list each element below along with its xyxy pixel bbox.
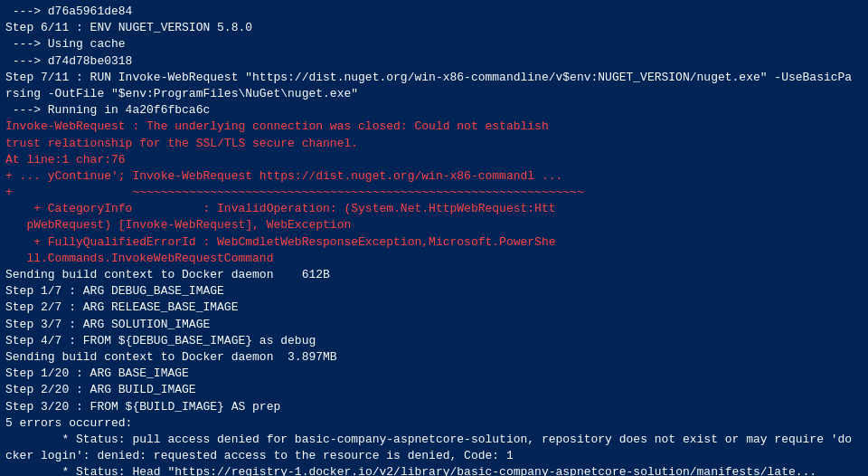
terminal-line-2: ---> Using cache: [5, 36, 863, 52]
terminal-line-27: * Status: pull access denied for basic-c…: [5, 432, 863, 448]
terminal-line-14: + FullyQualifiedErrorId : WebCmdletWebRe…: [5, 234, 863, 251]
terminal-line-3: ---> d74d78be0318: [5, 53, 863, 70]
terminal-line-8: trust relationship for the SSL/TLS secur…: [5, 136, 863, 152]
terminal-line-24: Step 2/20 : ARG BUILD_IMAGE: [5, 382, 863, 398]
terminal-line-19: Step 2/7 : ARG RELEASE_BASE_IMAGE: [5, 300, 863, 316]
terminal-window: ---> d76a5961de84Step 6/11 : ENV NUGET_V…: [0, 0, 868, 476]
terminal-line-12: + CategoryInfo : InvalidOperation: (Syst…: [5, 201, 863, 217]
terminal-line-7: Invoke-WebRequest : The underlying conne…: [5, 119, 863, 135]
terminal-line-5: rsing -OutFile "$env:ProgramFiles\NuGet\…: [5, 86, 863, 102]
terminal-line-29: * Status: Head "https://registry-1.docke…: [5, 464, 863, 476]
terminal-line-26: 5 errors occurred:: [5, 415, 863, 432]
terminal-line-13: pWebRequest) [Invoke-WebRequest], WebExc…: [5, 217, 863, 233]
terminal-line-21: Step 4/7 : FROM ${DEBUG_BASE_IMAGE} as d…: [5, 333, 863, 349]
terminal-line-1: Step 6/11 : ENV NUGET_VERSION 5.8.0: [5, 20, 863, 36]
terminal-line-4: Step 7/11 : RUN Invoke-WebRequest "https…: [5, 70, 863, 86]
terminal-line-25: Step 3/20 : FROM ${BUILD_IMAGE} AS prep: [5, 399, 863, 415]
terminal-line-11: + ~~~~~~~~~~~~~~~~~~~~~~~~~~~~~~~~~~~~~~…: [5, 185, 863, 201]
terminal-line-18: Step 1/7 : ARG DEBUG_BASE_IMAGE: [5, 283, 863, 300]
terminal-line-17: Sending build context to Docker daemon 6…: [5, 267, 863, 283]
terminal-line-15: ll.Commands.InvokeWebRequestCommand: [5, 251, 863, 267]
terminal-line-23: Step 1/20 : ARG BASE_IMAGE: [5, 366, 863, 382]
terminal-line-22: Sending build context to Docker daemon 3…: [5, 349, 863, 366]
terminal-line-10: + ... yContinue'; Invoke-WebRequest http…: [5, 168, 863, 185]
terminal-line-28: cker login': denied: requested access to…: [5, 448, 863, 464]
terminal-line-20: Step 3/7 : ARG SOLUTION_IMAGE: [5, 317, 863, 333]
terminal-line-0: ---> d76a5961de84: [5, 4, 863, 20]
terminal-line-9: At line:1 char:76: [5, 152, 863, 168]
terminal-line-6: ---> Running in 4a20f6fbca6c: [5, 102, 863, 119]
